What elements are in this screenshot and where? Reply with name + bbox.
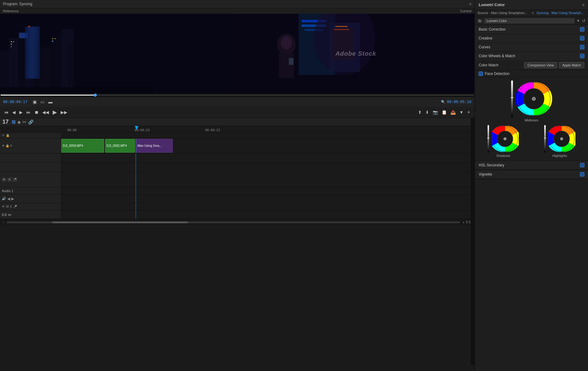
single-view-btn[interactable]: ▭ [39, 99, 46, 105]
overwrite-btn[interactable]: 📋 [440, 109, 448, 115]
midtones-wheel-svg[interactable] [515, 80, 552, 117]
audio-m-icon[interactable]: M [6, 205, 9, 208]
link-tool[interactable]: 🔗 [28, 120, 33, 124]
timeline-zoom-in[interactable]: + [462, 221, 464, 224]
zoom-icon[interactable]: 🔍 [441, 100, 445, 104]
color-match-label: Color Match [479, 63, 499, 67]
track-lock-icon[interactable]: 🔒 [6, 134, 9, 137]
hsl-secondary-header[interactable]: HSL Secondary ✓ [475, 161, 588, 170]
fx-badge: fx [477, 19, 482, 23]
svg-rect-14 [13, 41, 14, 42]
overlay-view-btn[interactable]: ▬ [47, 99, 54, 105]
basic-correction-header[interactable]: Basic Correction ✓ [475, 25, 588, 34]
progress-track[interactable] [1, 95, 474, 96]
extract-btn[interactable]: ⬇ [424, 109, 430, 115]
creative-header[interactable]: Creative ✓ [475, 34, 588, 43]
step-back-frame-btn[interactable]: ◀ [11, 109, 17, 115]
timeline-scrollbar-v[interactable] [471, 118, 474, 365]
audio-s-icon[interactable]: S [10, 205, 12, 208]
vignette-checkbox[interactable]: ✓ [580, 172, 584, 176]
track-eye-icon[interactable]: 👁 [2, 134, 5, 137]
audio-controls-content [61, 195, 474, 203]
midtones-slider-handle[interactable] [511, 97, 513, 98]
track-v1-eye[interactable]: 👁 [2, 144, 5, 147]
marker-tool[interactable]: ◈ [17, 120, 21, 124]
audio-eye-icon[interactable]: M [2, 177, 6, 182]
color-wheels-label: Color Wheels & Match [479, 54, 515, 58]
source-tab-1[interactable]: Source - Man Using Smartphone Walk... [477, 11, 529, 15]
insert-btn[interactable]: 📷 [432, 109, 439, 115]
face-detection-checkbox[interactable]: ✓ [479, 72, 483, 76]
program-menu-icon[interactable]: ≡ [469, 2, 471, 6]
track-v1-lock[interactable]: 🔒 [6, 144, 9, 147]
lift-btn[interactable]: ⬆ [417, 109, 423, 115]
go-to-out-btn[interactable]: ⏭ [25, 109, 32, 115]
color-wheels-checkbox[interactable]: ✓ [580, 54, 584, 58]
clip-dji-0082[interactable]: DJI_0082.MP4 [105, 139, 135, 153]
dual-view-btn[interactable]: ▣ [32, 99, 38, 105]
timeline-track-num: 17 [2, 119, 9, 125]
progress-bar-area[interactable] [0, 93, 474, 97]
lumetri-panel: Lumetri Color ≡ Source - Man Using Smart… [475, 0, 588, 371]
highlights-slider-v[interactable] [544, 125, 546, 153]
play-reverse-btn[interactable]: ◀◀ [41, 109, 50, 115]
progress-handle[interactable] [94, 94, 97, 97]
basic-correction-checkbox[interactable]: ✓ [580, 27, 584, 32]
audio-mic-icon[interactable]: 🎤 [13, 177, 17, 182]
curves-checkbox[interactable]: ✓ [580, 45, 584, 49]
audio-mic2-icon[interactable]: 🎤 [13, 205, 17, 208]
timeline-zoom-out[interactable]: − [2, 221, 4, 224]
track-v1-sync[interactable]: ⟳ [10, 144, 12, 147]
vignette-header[interactable]: Vignette ✓ [475, 170, 588, 179]
audio-vol-icon[interactable]: 🔊 [2, 197, 6, 201]
play-btn[interactable]: ▶ [51, 108, 58, 116]
go-to-in-btn[interactable]: ⏮ [3, 109, 10, 115]
view-mode-buttons: ▣ ▭ ▬ [32, 99, 54, 105]
razor-tool[interactable]: ✂ [23, 120, 26, 124]
audio-next-btn[interactable]: ▶ [11, 197, 14, 201]
export-btn[interactable]: 📤 [449, 109, 457, 115]
hsl-secondary-checkbox[interactable]: ✓ [580, 163, 584, 167]
snap-tool[interactable]: ⊠ [12, 119, 16, 125]
audio-prev-btn[interactable]: ◀ [7, 197, 10, 201]
audio-vol-content [61, 210, 474, 219]
audio-go-start-btn[interactable]: ⏮ [8, 213, 11, 217]
svg-rect-30 [279, 54, 294, 78]
source-tab-2[interactable]: Syncing - Man Using Smartphone W... [537, 11, 586, 15]
timeline-bottom: − + S S [0, 219, 474, 225]
clip-man-using[interactable]: Man Using Sma... [136, 139, 173, 153]
step-forward-btn[interactable]: ▶▶ [59, 109, 69, 115]
lumetri-menu-icon[interactable]: ≡ [582, 3, 584, 7]
curves-header[interactable]: Curves ✓ [475, 43, 588, 51]
apply-match-btn[interactable]: Apply Match [559, 62, 584, 68]
highlights-wheel-svg[interactable] [548, 125, 575, 153]
shadows-slider-v[interactable] [488, 125, 489, 153]
add-btn[interactable]: + [466, 109, 471, 116]
shuttle-stop-btn[interactable]: ⏹ [33, 109, 40, 115]
city-scene [0, 14, 237, 93]
comparison-view-btn[interactable]: Comparison View [524, 62, 557, 68]
midtones-slider-v[interactable] [511, 80, 513, 117]
creative-checkbox[interactable]: ✓ [580, 36, 584, 40]
highlights-slider-handle[interactable] [544, 138, 546, 139]
timeline-ruler: 00:00 00:04:23 00:09:23 [0, 126, 474, 133]
audio-solo-icon[interactable]: S [7, 177, 12, 182]
tab-dropdown[interactable]: ▼ [531, 11, 535, 15]
audio-controls-row: 🔊 ◀ ▶ [0, 195, 474, 203]
person-scene: Adobe Stock [237, 14, 475, 93]
shadows-slider-handle[interactable] [487, 138, 489, 139]
settings-btn[interactable]: ▼ [458, 109, 465, 115]
color-wheels-header[interactable]: Color Wheels & Match ✓ [475, 52, 588, 60]
fx-dropdown[interactable]: ▼ [576, 19, 580, 23]
svg-point-43 [533, 98, 535, 100]
playhead-vol [136, 210, 136, 219]
clip-dji-0058[interactable]: DJI_0058.MP4 [61, 139, 104, 153]
shadows-wheel-svg[interactable] [491, 125, 519, 153]
shadows-slider-track [488, 125, 489, 153]
step-fwd-frame-btn[interactable]: ▶ [18, 109, 24, 115]
video-display: Adobe Stock [0, 14, 474, 93]
wheels-row-bottom: Shadows [475, 125, 588, 158]
audio-eye2-icon[interactable]: 👁 [2, 205, 5, 208]
reset-btn[interactable]: ↺ [582, 18, 586, 23]
timeline-zoom-bar[interactable] [7, 221, 460, 223]
